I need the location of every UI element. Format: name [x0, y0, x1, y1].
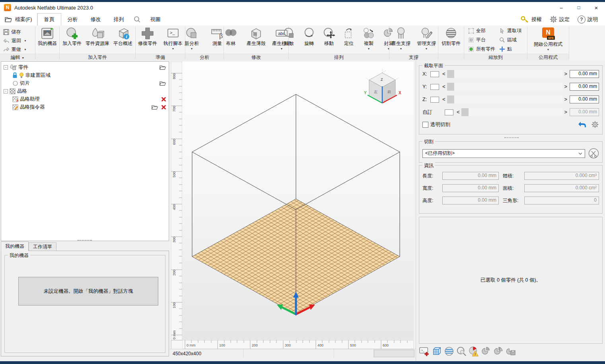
cut-mode-select[interactable]: <已停用切割>	[422, 149, 585, 158]
collapse-icon[interactable]: -	[4, 65, 8, 70]
add-part-button[interactable]: 加入零件	[60, 27, 84, 47]
new-analysis-dropdown-icon[interactable]: ▼	[191, 47, 193, 50]
collapse-icon[interactable]: -	[4, 89, 8, 93]
save-platform-state-button[interactable]	[505, 345, 516, 357]
ribbon-search-button[interactable]	[130, 13, 144, 25]
tab-view[interactable]: 視圖	[144, 13, 167, 25]
tab-analysis[interactable]: 分析	[61, 13, 84, 25]
right-splitter[interactable]	[504, 137, 519, 138]
zoom-selection-button[interactable]: 選取項	[498, 27, 523, 35]
clip-y-value[interactable]: 0.00 mm	[570, 83, 599, 91]
tab-arrange[interactable]: 排列	[107, 13, 130, 25]
clip-y-slider[interactable]	[447, 83, 563, 91]
open-utility-dropdown-icon[interactable]: ▼	[547, 48, 550, 51]
clip-z-checkbox[interactable]	[430, 97, 439, 103]
clip-x-checkbox[interactable]	[430, 71, 439, 77]
tree-item-lattice-assistant[interactable]: A 晶格助理	[1, 95, 169, 103]
part-library-button[interactable]: 零件資源庫	[85, 27, 110, 47]
clip-custom-slider[interactable]	[461, 108, 563, 116]
maximize-button[interactable]: □	[570, 2, 587, 13]
clip-x-value[interactable]: 0.00 mm	[570, 70, 599, 78]
zoom-point-button[interactable]: 點	[498, 45, 514, 53]
lattice-view-button[interactable]	[431, 345, 442, 357]
pack-state-1-button[interactable]	[480, 345, 492, 357]
viewport-canvas[interactable]: Y X Z 左 前	[182, 62, 414, 340]
minimize-button[interactable]: –	[552, 2, 570, 13]
manage-support-dropdown-icon[interactable]: ▼	[425, 47, 428, 50]
zoom-region-button[interactable]: 區域	[498, 36, 518, 44]
run-script-dropdown-icon[interactable]: ▼	[172, 47, 175, 50]
duplicate-button[interactable]: 複製 ▼	[359, 27, 378, 51]
clip-z-left-arrow[interactable]: <	[442, 97, 445, 102]
open-utility-button[interactable]: NNFB 開啟公用程式 ▼	[532, 27, 564, 51]
clip-x-right-arrow[interactable]: >	[564, 72, 567, 76]
tab-work-list[interactable]: 工作清單	[29, 242, 56, 251]
reset-clipping-button[interactable]	[578, 121, 586, 128]
delete-icon[interactable]	[161, 105, 166, 110]
clip-z-slider[interactable]	[447, 95, 563, 103]
clip-custom-right-arrow[interactable]: >	[564, 110, 567, 115]
clip-y-left-arrow[interactable]: <	[442, 84, 445, 89]
new-analysis-button[interactable]: 新分析 ▼	[179, 27, 204, 51]
file-menu-button[interactable]: 檔案(F)	[0, 13, 37, 25]
open-folder-icon[interactable]	[160, 81, 166, 86]
pack-state-2-button[interactable]	[492, 345, 504, 357]
group-edit[interactable]: 編輯 ▼	[0, 54, 35, 60]
clip-y-right-arrow[interactable]: >	[564, 84, 567, 89]
clip-y-checkbox[interactable]	[430, 84, 439, 90]
manage-support-button[interactable]: 管理支撐 ▼	[414, 27, 439, 51]
repair-part-button[interactable]: 修復零件	[135, 27, 160, 47]
inspect-parts-button[interactable]	[455, 345, 467, 357]
zoom-platform-button[interactable]: 平台	[467, 36, 487, 44]
redo-button[interactable]: 重做▼	[0, 45, 35, 54]
move-button[interactable]: 移動	[319, 27, 338, 47]
orient-button[interactable]: 定位	[339, 27, 358, 47]
undo-button[interactable]: 退回▼	[0, 37, 35, 45]
clipping-settings-gear-icon[interactable]	[591, 121, 599, 128]
open-my-machine-button[interactable]: 未設定機器。開啟「我的機器」對話方塊	[18, 277, 158, 306]
settings-button[interactable]: 設定	[546, 13, 574, 25]
clip-x-slider[interactable]	[447, 70, 563, 78]
bulb-icon[interactable]	[19, 72, 24, 78]
redo-dropdown-icon[interactable]: ▼	[24, 48, 27, 51]
clip-z-right-arrow[interactable]: >	[564, 97, 567, 102]
tree-item-no-build-zone[interactable]: 非建置區域	[1, 71, 169, 79]
tree-item-lattice-commander[interactable]: 晶格指令器	[1, 103, 169, 111]
tab-modify[interactable]: 修改	[84, 13, 107, 25]
zoom-all-button[interactable]: 全部	[467, 27, 487, 35]
generate-label-dropdown-icon[interactable]: ▼	[280, 47, 283, 50]
tree-item-parts[interactable]: - 零件	[1, 63, 169, 71]
tree-item-lattice[interactable]: - 晶格	[1, 87, 169, 95]
execute-cut-button[interactable]	[588, 148, 599, 159]
open-folder-icon[interactable]	[152, 105, 158, 110]
undo-dropdown-icon[interactable]: ▼	[24, 39, 27, 42]
clip-custom-checkbox[interactable]	[445, 109, 453, 115]
open-folder-icon[interactable]	[160, 65, 166, 70]
cut-part-button[interactable]: 切割零件	[439, 27, 463, 47]
tab-my-machine[interactable]: 我的機器	[1, 241, 29, 251]
generate-shell-button[interactable]: 產生薄殼	[244, 27, 268, 47]
generate-support-button[interactable]: 產生支撐 ▼	[389, 27, 413, 51]
horizontal-splitter[interactable]	[78, 240, 92, 241]
repair-warning-button[interactable]: !	[468, 345, 479, 357]
transparent-cut-checkbox[interactable]	[422, 122, 428, 128]
tree-item-slices[interactable]: 切片	[1, 79, 169, 87]
clip-x-left-arrow[interactable]: <	[442, 72, 445, 76]
generate-support-dropdown-icon[interactable]: ▼	[400, 47, 403, 50]
save-button[interactable]: 儲存	[0, 28, 35, 37]
zoom-all-parts-button[interactable]: 所有零件	[467, 45, 497, 53]
license-button[interactable]: 授權	[517, 13, 546, 25]
my-machine-button[interactable]: 我的機器	[35, 27, 60, 47]
boolean-button[interactable]: 布林	[218, 27, 243, 47]
duplicate-dropdown-icon[interactable]: ▼	[368, 47, 370, 50]
tab-home[interactable]: 首頁	[37, 13, 61, 25]
help-button[interactable]: ? 說明	[574, 13, 602, 25]
delete-icon[interactable]	[161, 97, 166, 102]
platform-overview-button[interactable]: i 平台概述	[111, 27, 135, 47]
run-script-console-button[interactable]: >_	[418, 345, 430, 357]
scale-button[interactable]: 縮放	[280, 27, 299, 47]
close-button[interactable]: ×	[587, 2, 605, 13]
slice-preview-button[interactable]	[443, 345, 455, 357]
clip-z-value[interactable]: 0.00 mm	[570, 95, 599, 103]
rotate-button[interactable]: 旋轉	[300, 27, 319, 47]
